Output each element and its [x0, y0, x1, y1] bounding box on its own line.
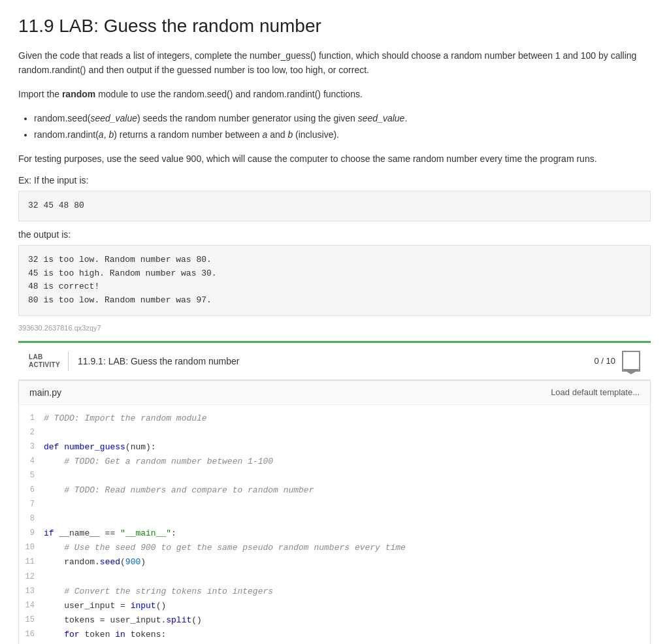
code-line-10: 10 # Use the seed 900 to get the same ps… — [19, 541, 650, 555]
editor-filename: main.py — [29, 387, 61, 398]
page-title: 11.9 LAB: Guess the random number — [18, 16, 651, 37]
lab-activity-bar: LAB ACTIVITY 11.9.1: LAB: Guess the rand… — [18, 341, 651, 380]
score-icon — [622, 351, 640, 372]
bullet-item-1: random.seed(seed_value) seeds the random… — [34, 110, 651, 127]
module-name: random — [62, 89, 95, 99]
code-line-11: 11 random.seed(900) — [19, 555, 650, 570]
code-editor[interactable]: 1 # TODO: Import the random module 2 3 d… — [19, 405, 650, 644]
editor-wrapper: 1 # TODO: Import the random module 2 3 d… — [19, 405, 650, 644]
code-line-2: 2 — [19, 426, 650, 440]
description-para1: Given the code that reads a list of inte… — [18, 48, 651, 78]
id-label: 393630.2637816.qx3zqy7 — [18, 324, 651, 332]
description-para3: For testing purposes, use the seed value… — [18, 152, 651, 166]
code-line-8: 8 — [19, 512, 650, 526]
code-line-14: 14 user_input = input() — [19, 599, 650, 613]
code-line-4: 4 # TODO: Get a random number between 1-… — [19, 455, 650, 469]
output-label: the output is: — [18, 229, 651, 240]
code-line-9: 9 if __name__ == "__main__": — [19, 526, 650, 541]
code-line-7: 7 — [19, 498, 650, 512]
lab-activity-title: 11.9.1: LAB: Guess the random number — [78, 356, 595, 366]
lab-badge: LAB ACTIVITY — [29, 353, 60, 369]
lab-divider — [68, 351, 69, 371]
output-example-block: 32 is too low. Random number was 80. 45 … — [18, 245, 651, 316]
code-line-6: 6 # TODO: Read numbers and compare to ra… — [19, 483, 650, 498]
code-line-15: 15 tokens = user_input.split() — [19, 613, 650, 628]
editor-header: main.py Load default template... — [19, 381, 650, 405]
code-line-5: 5 — [19, 469, 650, 483]
load-template-button[interactable]: Load default template... — [551, 387, 640, 397]
code-line-1: 1 # TODO: Import the random module — [19, 411, 650, 426]
lab-score: 0 / 10 — [594, 356, 615, 366]
editor-container: main.py Load default template... 1 # TOD… — [18, 380, 651, 644]
description-para2: Import the random module to use the rand… — [18, 87, 651, 101]
code-line-12: 12 — [19, 570, 650, 585]
example-input-label: Ex: If the input is: — [18, 175, 651, 185]
code-line-3: 3 def number_guess(num): — [19, 440, 650, 455]
bullet-item-2: random.randint(a, b) returns a random nu… — [34, 127, 651, 143]
bullet-list: random.seed(seed_value) seeds the random… — [34, 110, 651, 143]
code-line-16: 16 for token in tokens: — [19, 628, 650, 642]
code-line-13: 13 # Convert the string tokens into inte… — [19, 585, 650, 599]
input-example-block: 32 45 48 80 — [18, 191, 651, 221]
